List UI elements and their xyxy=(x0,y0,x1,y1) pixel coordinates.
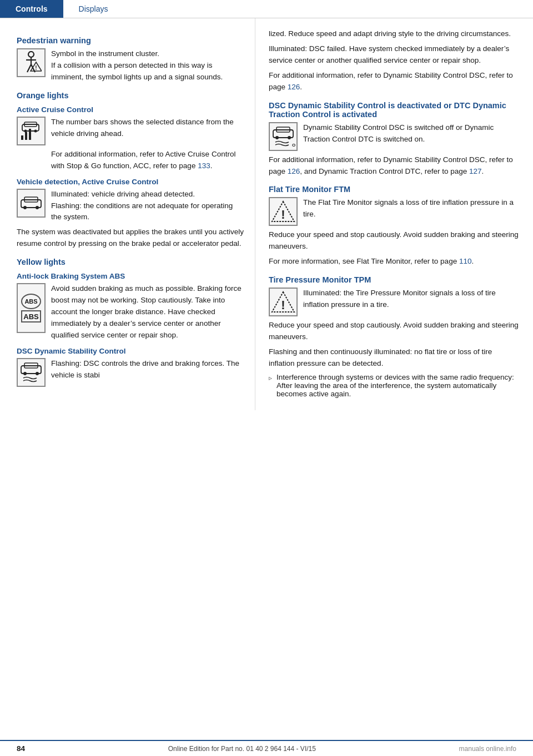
dsc-additional-text: For additional information, refer to Dyn… xyxy=(269,70,520,93)
dsc-continued-text: lized. Reduce speed and adapt driving st… xyxy=(269,28,520,40)
flat-tire-text: The Flat Tire Monitor signals a loss of … xyxy=(303,197,520,220)
tire-pressure-block: ! Illuminated: the Tire Pressure Monitor… xyxy=(269,288,520,316)
tab-displays[interactable]: Displays xyxy=(63,0,124,18)
active-cruise-block: The number bars shows the selected dista… xyxy=(17,117,244,145)
left-column: Pedestrian warning ! xyxy=(0,18,255,410)
dsc-icon xyxy=(19,361,43,384)
abs-icon-box: ABS ABS xyxy=(17,283,46,333)
abs-bottom-icon: ABS xyxy=(21,310,41,322)
svg-point-25 xyxy=(288,136,291,139)
pedestrian-warning-block: ! Symbol in the instrument cluster. If a… xyxy=(17,48,244,83)
dsc-off-page1-link[interactable]: 126 xyxy=(288,167,300,175)
active-cruise-text: The number bars shows the selected dista… xyxy=(51,117,244,140)
tire-pressure-warning-icon: ! xyxy=(271,290,295,314)
active-cruise-heading: Active Cruise Control xyxy=(17,105,244,114)
dsc-off-page2-link[interactable]: 127 xyxy=(469,167,482,175)
right-column: lized. Reduce speed and adapt driving st… xyxy=(255,18,533,410)
tab-controls[interactable]: Controls xyxy=(0,0,63,18)
vehicle-detection-heading: Vehicle detection, Active Cruise Control xyxy=(17,178,244,186)
tire-pressure-heading: Tire Pressure Monitor TPM xyxy=(269,275,520,284)
tire-pressure-bullet: ▹ Interference through systems or device… xyxy=(269,373,520,398)
flat-tire-reduce-text: Reduce your speed and stop cautiously. A… xyxy=(269,229,520,253)
svg-point-0 xyxy=(28,52,34,57)
abs-block: ABS ABS Avoid sudden braking as much as … xyxy=(17,283,244,341)
pedestrian-warning-heading: Pedestrian warning xyxy=(17,36,244,45)
footer: 84 Online Edition for Part no. 01 40 2 9… xyxy=(0,740,533,756)
dsc-deactivated-heading: DSC Dynamic Stability Control is deactiv… xyxy=(269,101,520,119)
tabs: Controls Displays xyxy=(0,0,533,18)
abs-heading: Anti-lock Braking System ABS xyxy=(17,272,244,280)
yellow-lights-heading: Yellow lights xyxy=(17,258,244,266)
pedestrian-warning-text: Symbol in the instrument cluster. If a c… xyxy=(51,48,244,83)
page-number: 84 xyxy=(17,744,25,753)
svg-rect-8 xyxy=(25,132,27,140)
dsc-off-icon: OFF xyxy=(271,125,295,148)
footer-logo-text: manuals online.info xyxy=(459,745,516,753)
svg-text:OFF: OFF xyxy=(292,143,295,148)
cruise-bars-icon xyxy=(19,120,43,142)
dsc-off-icon-box: OFF xyxy=(269,122,298,151)
vehicle-detection-text: Illuminated: vehicle driving ahead detec… xyxy=(51,189,244,224)
abs-text: Avoid sudden braking as much as possible… xyxy=(51,283,244,341)
svg-point-21 xyxy=(36,372,39,375)
flat-tire-icon-box: ! xyxy=(269,197,298,226)
svg-point-20 xyxy=(23,372,27,375)
svg-rect-9 xyxy=(29,129,31,140)
svg-text:!: ! xyxy=(35,65,37,71)
dsc-page-link[interactable]: 126 xyxy=(288,83,300,91)
dsc-block: Flashing: DSC controls the drive and bra… xyxy=(17,358,244,387)
flat-tire-warning-icon: ! xyxy=(271,199,295,224)
flat-tire-block: ! The Flat Tire Monitor signals a loss o… xyxy=(269,197,520,226)
vehicle-icon-box xyxy=(17,189,46,218)
dsc-illuminated-text: Illuminated: DSC failed. Have system che… xyxy=(269,43,520,67)
vehicle-detection-para: The system was deactivated but applies t… xyxy=(17,226,244,250)
svg-point-17 xyxy=(36,206,39,209)
pedestrian-icon: ! xyxy=(21,51,42,74)
dsc-off-additional: For additional information, refer to Dyn… xyxy=(269,154,520,178)
vehicle-detection-icon xyxy=(19,195,43,211)
svg-point-12 xyxy=(24,129,27,132)
dsc-off-text: Dynamic Stability Control DSC is switche… xyxy=(303,122,520,145)
cruise-control-icon-box xyxy=(17,117,46,145)
tire-pressure-para1: Reduce your speed and stop cautiously. A… xyxy=(269,320,520,343)
main-content: Pedestrian warning ! xyxy=(0,18,533,410)
flat-tire-page-link[interactable]: 110 xyxy=(459,257,472,265)
acc-page-link[interactable]: 133 xyxy=(198,162,210,170)
dsc-heading: DSC Dynamic Stability Control xyxy=(17,347,244,355)
pedestrian-icon-box: ! xyxy=(17,48,46,77)
active-cruise-para: For additional information, refer to Act… xyxy=(17,149,244,172)
abs-top-icon: ABS xyxy=(21,294,41,309)
svg-point-16 xyxy=(23,206,27,209)
svg-text:!: ! xyxy=(281,298,285,312)
flat-tire-additional: For more information, see Flat Tire Moni… xyxy=(269,256,520,268)
tire-pressure-text: Illuminated: the Tire Pressure Monitor s… xyxy=(303,288,520,311)
edition-text: Online Edition for Part no. 01 40 2 964 … xyxy=(168,745,316,753)
orange-lights-heading: Orange lights xyxy=(17,91,244,100)
flat-tire-heading: Flat Tire Monitor FTM xyxy=(269,185,520,194)
tire-pressure-para2: Flashing and then continuously illuminat… xyxy=(269,346,520,370)
tire-pressure-icon-box: ! xyxy=(269,288,298,316)
svg-point-24 xyxy=(275,136,279,139)
svg-text:!: ! xyxy=(281,208,285,221)
bullet-text: Interference through systems or devices … xyxy=(276,373,520,398)
dsc-deactivated-block: OFF Dynamic Stability Control DSC is swi… xyxy=(269,122,520,151)
bullet-arrow-icon: ▹ xyxy=(269,374,272,398)
dsc-text: Flashing: DSC controls the drive and bra… xyxy=(51,358,244,381)
svg-point-13 xyxy=(34,129,37,132)
svg-rect-7 xyxy=(21,135,23,140)
dsc-icon-box xyxy=(17,358,46,387)
vehicle-detection-block: Illuminated: vehicle driving ahead detec… xyxy=(17,189,244,224)
